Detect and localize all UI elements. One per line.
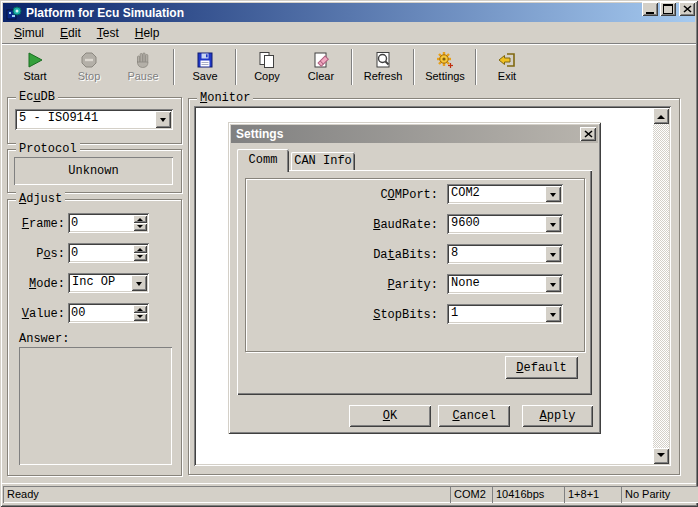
stopbits-value: 1 — [451, 306, 543, 322]
scroll-up-button[interactable] — [653, 108, 669, 124]
app-icon[interactable] — [6, 5, 22, 21]
toolbar-separator — [475, 49, 477, 85]
exit-button[interactable]: Exit — [480, 47, 534, 87]
pos-label: Pos: — [11, 247, 65, 261]
mode-combobox[interactable]: Inc OP — [68, 273, 149, 293]
pause-button: Pause — [116, 47, 170, 87]
frame-input[interactable] — [71, 216, 126, 230]
ecudb-group: EcuDB 5 - ISO9141 — [7, 97, 182, 144]
adjust-group: Adjust Frame: Pos: Mode: Inc OP Value: — [7, 199, 182, 476]
spin-up-icon — [137, 245, 143, 251]
spin-down-button[interactable] — [133, 223, 147, 231]
parity-dropdown-button[interactable] — [545, 276, 561, 292]
magnifier-page-icon — [372, 50, 394, 70]
protocol-group: Protocol Unknown — [7, 149, 182, 193]
minimize-button[interactable] — [642, 2, 658, 16]
comport-dropdown-button[interactable] — [545, 186, 561, 202]
minimize-icon — [646, 12, 654, 14]
window-controls — [640, 2, 695, 16]
spin-down-icon — [137, 225, 143, 231]
spin-up-icon — [137, 305, 143, 311]
mode-dropdown-button[interactable] — [131, 275, 147, 291]
stop-sign-icon — [78, 50, 100, 70]
value-input[interactable] — [71, 306, 126, 320]
frame-spinner[interactable] — [68, 213, 149, 233]
ecudb-dropdown-button[interactable] — [155, 111, 171, 128]
chevron-down-icon — [550, 313, 556, 320]
toolbar: Start Stop — [2, 43, 696, 89]
monitor-vscrollbar — [653, 108, 669, 464]
monitor-group-label: Monitor — [197, 91, 253, 105]
databits-dropdown-button[interactable] — [545, 246, 561, 262]
spin-down-icon — [137, 255, 143, 261]
spin-up-button[interactable] — [133, 215, 147, 223]
scrollbar-track[interactable] — [653, 124, 669, 448]
scroll-down-icon — [657, 453, 665, 461]
apply-button[interactable]: Apply — [522, 405, 593, 427]
clear-button[interactable]: Clear — [294, 47, 348, 87]
settings-button[interactable]: Settings — [418, 47, 472, 87]
chevron-down-icon — [550, 283, 556, 290]
eraser-page-icon — [310, 50, 332, 70]
pos-input[interactable] — [71, 246, 126, 260]
mode-value: Inc OP — [72, 275, 129, 291]
ecudb-value: 5 - ISO9141 — [19, 111, 153, 128]
pos-spinner[interactable] — [68, 243, 149, 263]
baudrate-value: 9600 — [451, 216, 543, 232]
value-spinner[interactable] — [68, 303, 149, 323]
maximize-button[interactable] — [660, 2, 676, 16]
spin-up-button[interactable] — [133, 305, 147, 313]
status-bar: Ready COM2 10416bps 1+8+1 No Parity — [2, 483, 696, 504]
dialog-title-bar: Settings — [231, 125, 598, 143]
baudrate-combobox[interactable]: 9600 — [447, 214, 563, 234]
baudrate-label: BaudRate: — [248, 218, 438, 232]
status-baud-rate: 10416bps — [492, 486, 565, 503]
default-button[interactable]: Default — [505, 356, 578, 379]
protocol-value: Unknown — [68, 164, 118, 178]
dialog-close-button[interactable] — [580, 127, 596, 141]
status-parity: No Parity — [621, 486, 698, 503]
frame-spin-buttons — [133, 215, 147, 231]
start-button[interactable]: Start — [8, 47, 62, 87]
baudrate-dropdown-button[interactable] — [545, 216, 561, 232]
tab-comm[interactable]: Comm — [237, 149, 289, 172]
adjust-group-label: Adjust — [16, 192, 65, 206]
spin-up-button[interactable] — [133, 245, 147, 253]
status-ready: Ready — [3, 486, 451, 503]
mode-label: Mode: — [11, 277, 65, 291]
cancel-button[interactable]: Cancel — [438, 405, 510, 427]
spin-down-button[interactable] — [133, 313, 147, 321]
scroll-down-button[interactable] — [653, 448, 669, 464]
stopbits-dropdown-button[interactable] — [545, 306, 561, 322]
save-button[interactable]: Save — [178, 47, 232, 87]
spin-down-button[interactable] — [133, 253, 147, 261]
menu-test[interactable]: Test — [89, 24, 127, 42]
app-window: Platform for Ecu Simulation Simul Edit T… — [0, 0, 698, 507]
tab-can-info[interactable]: CAN Info — [291, 152, 355, 170]
comport-combobox[interactable]: COM2 — [447, 184, 563, 204]
copy-pages-icon — [256, 50, 278, 70]
ecudb-combobox[interactable]: 5 - ISO9141 — [15, 109, 173, 130]
ok-button[interactable]: OK — [349, 405, 431, 427]
comport-value: COM2 — [451, 186, 543, 202]
toolbar-separator — [173, 49, 175, 85]
menu-help[interactable]: Help — [127, 24, 168, 42]
menu-edit[interactable]: Edit — [52, 24, 89, 42]
parity-combobox[interactable]: None — [447, 274, 563, 294]
chevron-down-icon — [550, 223, 556, 230]
chevron-down-icon — [550, 253, 556, 260]
frame-label: Frame: — [11, 217, 65, 231]
close-button[interactable] — [679, 2, 695, 16]
copy-button[interactable]: Copy — [240, 47, 294, 87]
value-spin-buttons — [133, 305, 147, 321]
gear-icon — [434, 50, 456, 70]
stopbits-combobox[interactable]: 1 — [447, 304, 563, 324]
close-icon — [584, 130, 593, 138]
databits-combobox[interactable]: 8 — [447, 244, 563, 264]
stopbits-label: StopBits: — [248, 308, 438, 322]
menu-simul[interactable]: Simul — [6, 24, 52, 42]
hand-icon — [132, 50, 154, 70]
answer-listbox[interactable] — [19, 347, 172, 465]
parity-label: Parity: — [248, 278, 438, 292]
refresh-button[interactable]: Refresh — [356, 47, 410, 87]
